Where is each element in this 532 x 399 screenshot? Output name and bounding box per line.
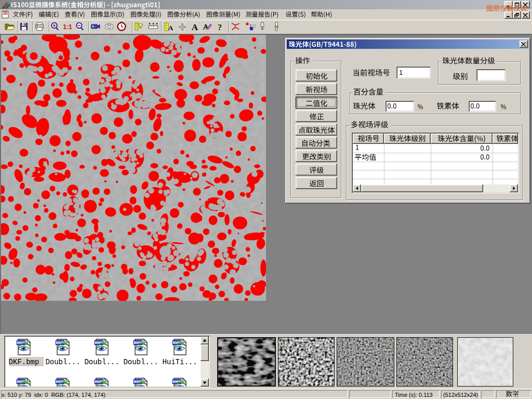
svg-text:A: A [168, 24, 174, 32]
svg-text:A: A [192, 22, 198, 32]
svg-text:1:1: 1:1 [63, 23, 72, 31]
svg-text:?: ? [218, 23, 222, 32]
svg-text:123: 123 [249, 23, 256, 29]
svg-text:DOC: DOC [2, 11, 8, 15]
